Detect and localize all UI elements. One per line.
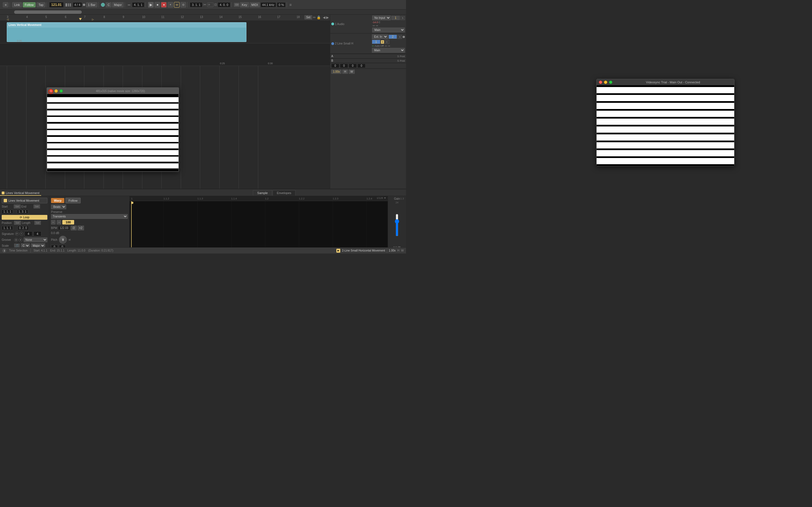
w-status-btn[interactable]: W xyxy=(401,249,404,252)
metronome-btn[interactable] xyxy=(83,4,85,6)
track-1-c-btn[interactable]: C xyxy=(378,21,380,24)
prev-nav[interactable]: ◀ xyxy=(323,15,325,19)
position-right2[interactable]: 4. 0. 0 xyxy=(218,2,231,7)
track-1-volume[interactable]: 1 xyxy=(391,16,400,20)
settings-button[interactable]: ⊙ xyxy=(181,2,186,8)
menu-btn[interactable]: ≡ xyxy=(3,2,8,7)
divide2-btn[interactable]: /2 xyxy=(71,226,77,230)
transients-select[interactable]: Transients xyxy=(51,214,128,219)
video-small-max-btn[interactable] xyxy=(59,89,63,93)
h-status-btn[interactable]: H xyxy=(397,249,399,252)
pitch-knob[interactable] xyxy=(59,236,67,244)
follow-warp-button[interactable]: Follow xyxy=(65,198,81,203)
video-small-window[interactable]: 481x315 (native movie size: 1280x720) xyxy=(47,87,179,172)
time-sig[interactable]: 4 / 4 xyxy=(73,2,82,7)
link-button[interactable]: Link xyxy=(12,2,22,7)
loop-button[interactable]: ⟳ Loop xyxy=(2,215,47,220)
major-display[interactable]: Major xyxy=(112,2,123,7)
video-small-min-btn[interactable] xyxy=(54,89,58,93)
auto-btn[interactable]: Auto xyxy=(375,45,380,47)
track-2-input[interactable]: Ext. In xyxy=(372,34,388,39)
loop-end-marker[interactable]: ▷ xyxy=(92,18,94,21)
times2-btn[interactable]: ×2 xyxy=(78,226,84,230)
bar-select[interactable]: 1 Bar xyxy=(86,2,97,7)
follow-button[interactable]: Follow xyxy=(23,2,36,7)
gain-slider[interactable] xyxy=(394,214,400,236)
set-btn[interactable]: Set xyxy=(305,15,312,19)
gain-24: 24 xyxy=(396,201,398,204)
track-2-route[interactable]: Main xyxy=(372,48,405,53)
ruler-mark-8: 8 xyxy=(103,15,105,18)
add-button[interactable]: + xyxy=(167,2,173,8)
arrow-icon[interactable]: ↔ xyxy=(127,3,131,7)
video-small-close-btn[interactable] xyxy=(49,89,53,93)
in-btn[interactable]: In xyxy=(372,45,374,47)
fwd-btn[interactable]: → xyxy=(57,220,61,224)
pencil-icon[interactable]: ✏ xyxy=(313,15,316,19)
zoom-val: 1.00x xyxy=(389,249,396,252)
start-val[interactable]: 1. 1. 1 xyxy=(2,210,13,214)
bpm-value[interactable]: 122.03 xyxy=(58,226,70,230)
warp-button[interactable]: W xyxy=(174,2,180,8)
hamburger-icon[interactable]: ≡ xyxy=(289,3,292,7)
track-2-vol2[interactable]: 1 xyxy=(372,40,380,44)
end-val[interactable]: 1. 3. 1 xyxy=(17,210,28,214)
punch-icon[interactable]: ✂ xyxy=(203,3,206,7)
midi-label[interactable]: MIDI xyxy=(250,2,260,7)
grid-size-display[interactable]: 1/128 ▼ xyxy=(377,196,386,200)
track-2-s-btn[interactable]: S xyxy=(398,35,402,39)
mixer-val-3[interactable]: 0 xyxy=(349,64,357,68)
track-2-c[interactable]: C xyxy=(385,40,389,44)
punch-btn[interactable]: ⊡ xyxy=(214,3,217,6)
scroll-thumb[interactable] xyxy=(14,10,82,14)
w-btn[interactable]: W xyxy=(349,69,355,74)
tap-button[interactable]: Tap xyxy=(36,2,45,7)
loop-icon[interactable]: ⟳ xyxy=(207,3,213,7)
position-val[interactable]: 1. 1. 1 xyxy=(2,226,13,230)
sig-expand-btn[interactable]: + xyxy=(19,232,23,236)
clip-lines-vertical[interactable]: Lines Vertical Movement xyxy=(7,22,246,42)
next-nav[interactable]: ▶ xyxy=(326,15,329,19)
track-1-s-btn[interactable]: S xyxy=(400,16,405,20)
track-1-route[interactable]: Main xyxy=(372,27,405,33)
track-1-db2: -∞ xyxy=(372,24,375,27)
mixer-val-1[interactable]: 0 xyxy=(331,64,339,68)
mixer-val-4[interactable]: 0 xyxy=(357,64,365,68)
sig-num[interactable]: 4 xyxy=(24,231,33,236)
warp-button[interactable]: Warp xyxy=(51,198,64,203)
beats-select[interactable]: Beats xyxy=(51,205,66,209)
position-display[interactable]: 4. 1. 1 xyxy=(132,2,145,7)
key-label[interactable]: Key xyxy=(240,2,249,7)
rev-btn[interactable]: ← xyxy=(51,220,56,224)
track-2-volume[interactable]: 2 xyxy=(389,35,397,39)
tempo-100[interactable]: 100 xyxy=(62,220,74,224)
tab-sample[interactable]: Sample xyxy=(253,190,272,195)
tempo-display[interactable]: 121.01 xyxy=(49,2,64,8)
groove-settings-btn[interactable]: ⚙ xyxy=(14,238,18,242)
info-icon[interactable]: ℹ xyxy=(2,249,6,252)
lock-icon[interactable]: 🔒 xyxy=(317,15,321,19)
groove-select[interactable]: None xyxy=(24,237,47,242)
s-a-label[interactable]: S xyxy=(397,55,399,58)
track-1-input[interactable]: No Input xyxy=(372,15,391,20)
stop-button[interactable]: ■ xyxy=(154,2,160,8)
end-set-btn[interactable]: Set xyxy=(34,205,40,209)
record-button[interactable]: ● xyxy=(161,2,167,8)
sig-refresh-btn[interactable]: ⟳ xyxy=(15,232,19,236)
position-set-btn[interactable]: Set xyxy=(14,221,21,225)
groove-add-btn[interactable]: ✦ xyxy=(18,238,22,242)
stripe xyxy=(47,163,179,168)
zoom-display[interactable]: 1.00x xyxy=(331,69,342,74)
s-b-label[interactable]: S xyxy=(397,59,399,62)
position-right[interactable]: 3. 1. 1 xyxy=(190,2,202,7)
length-val[interactable]: 0. 2. 0 xyxy=(17,226,29,230)
key-display[interactable]: C xyxy=(106,2,111,7)
h-btn[interactable]: H xyxy=(342,69,348,74)
length-set-btn[interactable]: Set xyxy=(35,221,41,225)
play-button[interactable]: ▶ xyxy=(148,2,154,8)
mixer-val-2[interactable]: 0 xyxy=(340,64,348,68)
start-set-btn[interactable]: Set xyxy=(14,205,20,209)
sig-den[interactable]: 4 xyxy=(34,231,42,236)
off-btn[interactable]: Off xyxy=(380,45,384,47)
tab-envelopes[interactable]: Envelopes xyxy=(273,190,296,195)
